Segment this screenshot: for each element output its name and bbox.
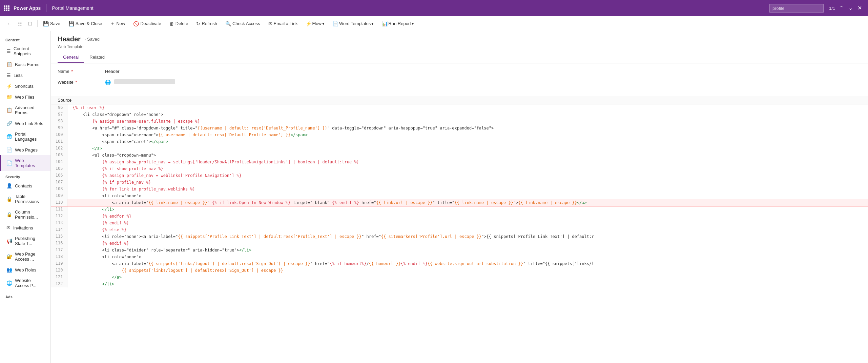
line-number: 105 — [51, 165, 67, 172]
sidebar-item-label: Basic Forms — [15, 62, 39, 67]
sidebar-item-column-permissions[interactable]: 🔒 Column Permissio... — [0, 207, 50, 222]
source-label: Source — [51, 96, 868, 104]
code-table: 96{% if user %}97 <li class="dropdown" r… — [51, 104, 868, 287]
sidebar-item-publishing-state[interactable]: 📢 Publishing State T... — [0, 233, 50, 249]
name-label: Name * — [58, 69, 105, 74]
sidebar-item-website-access[interactable]: 🌐 Website Access P... — [0, 275, 50, 291]
line-code: {% assign show_profile_nav = settings['H… — [67, 159, 868, 165]
sidebar-item-lists[interactable]: ☰ Lists — [0, 70, 50, 81]
save-close-button[interactable]: 💾 Save & Close — [65, 19, 106, 28]
form-saved-status: · Saved — [85, 37, 100, 42]
sidebar-item-web-templates[interactable]: 📄 Web Templates — [0, 155, 50, 171]
content-snippets-icon: ☰ — [6, 48, 11, 54]
sidebar-item-table-permissions[interactable]: 🔒 Table Permissions — [0, 191, 50, 207]
sidebar-item-label: Content Snippets — [14, 46, 45, 56]
sidebar-item-web-roles[interactable]: 👥 Web Roles — [0, 264, 50, 275]
web-roles-icon: 👥 — [6, 267, 12, 273]
search-prev-button[interactable]: ⌃ — [837, 4, 846, 12]
line-number: 98 — [51, 118, 67, 125]
sidebar-item-web-page-access[interactable]: 🔐 Web Page Access ... — [0, 249, 50, 264]
line-code: <span class="caret"></span> — [67, 138, 868, 145]
word-templates-button[interactable]: 📄 Word Templates ▾ — [329, 19, 377, 28]
basic-forms-icon: 📋 — [6, 62, 12, 67]
content-area: Header · Saved Web Template General Rela… — [51, 31, 868, 363]
sidebar-item-basic-forms[interactable]: 📋 Basic Forms — [0, 59, 50, 70]
line-code: {% endfor %} — [67, 213, 868, 220]
back-button[interactable]: ← — [4, 19, 14, 28]
contacts-icon: 👤 — [6, 183, 12, 188]
line-code: <span class="username">{{ username | def… — [67, 132, 868, 138]
search-next-button[interactable]: ⌄ — [846, 4, 855, 12]
sidebar-item-web-files[interactable]: 📁 Web Files — [0, 92, 50, 102]
deactivate-icon: 🚫 — [133, 21, 139, 26]
form-fields: Name * Header Website * 🌐 — [51, 63, 868, 96]
email-link-button[interactable]: ✉ Email a Link — [265, 19, 301, 28]
app-grid-icon[interactable] — [4, 5, 9, 11]
security-section-label: Security — [0, 171, 50, 180]
tab-related[interactable]: Related — [84, 52, 110, 63]
advanced-forms-icon: 📋 — [6, 107, 12, 113]
line-number: 117 — [51, 247, 67, 254]
search-input[interactable] — [769, 4, 824, 13]
line-number: 101 — [51, 138, 67, 145]
sidebar-item-shortcuts[interactable]: ⚡ Shortcuts — [0, 81, 50, 92]
delete-button[interactable]: 🗑 Delete — [166, 19, 192, 28]
sidebar-item-advanced-forms[interactable]: 📋 Advanced Forms — [0, 102, 50, 118]
new-icon: ＋ — [110, 21, 115, 27]
website-access-icon: 🌐 — [6, 280, 12, 286]
sidebar-item-label: Invitations — [13, 225, 33, 230]
line-code: </li> — [67, 281, 868, 287]
sidebar-item-label: Web Pages — [15, 147, 38, 153]
line-code: {% assign username=user.fullname | escap… — [67, 118, 868, 125]
line-code: {% if profile_nav %} — [67, 179, 868, 186]
line-code: <li class="divider" role="separator" ari… — [67, 247, 868, 254]
website-value[interactable]: 🌐 — [105, 79, 861, 85]
flow-button[interactable]: ⚡ Flow ▾ — [302, 19, 328, 28]
shortcuts-icon: ⚡ — [6, 83, 12, 89]
search-close-button[interactable]: ✕ — [855, 4, 864, 12]
top-bar: Power Apps Portal Management 1/1 ⌃ ⌄ ✕ — [0, 0, 868, 16]
line-code: <li class="dropdown" role="none"> — [67, 111, 868, 118]
sidebar-item-contacts[interactable]: 👤 Contacts — [0, 180, 50, 191]
line-number: 120 — [51, 267, 67, 274]
website-field-row: Website * 🌐 — [58, 79, 861, 85]
web-templates-icon: 📄 — [6, 160, 12, 166]
tab-general[interactable]: General — [58, 52, 84, 63]
sidebar-item-content-snippets[interactable]: ☰ Content Snippets — [0, 43, 50, 59]
sidebar-item-web-pages[interactable]: 📄 Web Pages — [0, 144, 50, 155]
save-button[interactable]: 💾 Save — [40, 19, 64, 28]
line-code: <li role="none"> — [67, 193, 868, 199]
expand-button[interactable]: ❐ — [25, 19, 35, 28]
new-button[interactable]: ＋ New — [107, 19, 128, 29]
save-close-icon: 💾 — [68, 21, 74, 26]
name-value[interactable]: Header — [105, 69, 861, 74]
line-code: <li role="none"><a aria-label="{{ snippe… — [67, 233, 868, 240]
line-code: <a aria-label="{{ link.name | escape }}"… — [67, 199, 868, 206]
flow-icon: ⚡ — [306, 21, 311, 26]
code-editor[interactable]: 96{% if user %}97 <li class="dropdown" r… — [51, 104, 868, 363]
line-code: {% assign profile_nav = weblinks['Profil… — [67, 172, 868, 179]
column-permissions-icon: 🔒 — [6, 212, 12, 217]
check-access-button[interactable]: 🔍 Check Access — [222, 19, 264, 28]
top-separator — [46, 4, 46, 12]
sidebar-item-label: Publishing State T... — [15, 236, 45, 246]
sidebar-item-label: Column Permissio... — [15, 209, 45, 220]
line-code: {% endif %} — [67, 240, 868, 247]
portal-languages-icon: 🌐 — [6, 134, 12, 139]
sidebar-item-label: Web Files — [15, 95, 35, 100]
deactivate-button[interactable]: 🚫 Deactivate — [130, 19, 164, 28]
line-code: <li role="none"> — [67, 254, 868, 260]
sidebar-item-portal-languages[interactable]: 🌐 Portal Languages — [0, 129, 50, 144]
detail-button[interactable]: ☷ — [15, 19, 25, 28]
save-icon: 💾 — [43, 21, 49, 26]
email-icon: ✉ — [268, 21, 272, 26]
sidebar-item-invitations[interactable]: ✉ Invitations — [0, 222, 50, 233]
run-report-button[interactable]: 📊 Run Report ▾ — [378, 19, 417, 28]
refresh-button[interactable]: ↻ Refresh — [193, 19, 221, 28]
search-nav: 1/1 ⌃ ⌄ ✕ — [828, 4, 864, 12]
web-link-sets-icon: 🔗 — [6, 121, 12, 126]
line-code: {{ snippets['links/logout'] | default:re… — [67, 267, 868, 274]
sidebar-item-web-link-sets[interactable]: 🔗 Web Link Sets — [0, 118, 50, 129]
sidebar-item-label: Lists — [14, 73, 23, 78]
line-number: 103 — [51, 152, 67, 159]
